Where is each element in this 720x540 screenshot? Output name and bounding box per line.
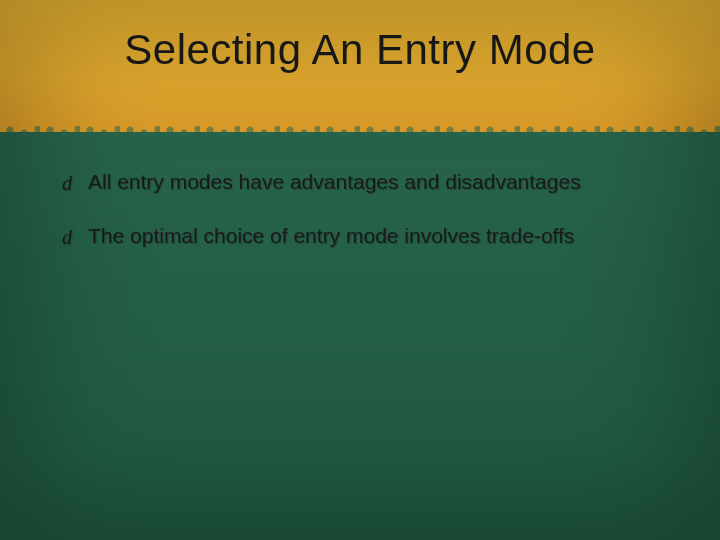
swirl-icon: d (62, 224, 72, 251)
swirl-icon: d (62, 170, 72, 197)
body-area: d All entry modes have advantages and di… (0, 132, 720, 251)
bullet-item: d All entry modes have advantages and di… (64, 168, 656, 196)
bullet-text: The optimal choice of entry mode involve… (88, 224, 574, 247)
bullet-item: d The optimal choice of entry mode invol… (64, 222, 656, 250)
slide: Selecting An Entry Mode d All entry mode… (0, 0, 720, 540)
slide-title: Selecting An Entry Mode (0, 26, 720, 74)
header-band: Selecting An Entry Mode (0, 0, 720, 132)
bullet-text: All entry modes have advantages and disa… (88, 170, 581, 193)
